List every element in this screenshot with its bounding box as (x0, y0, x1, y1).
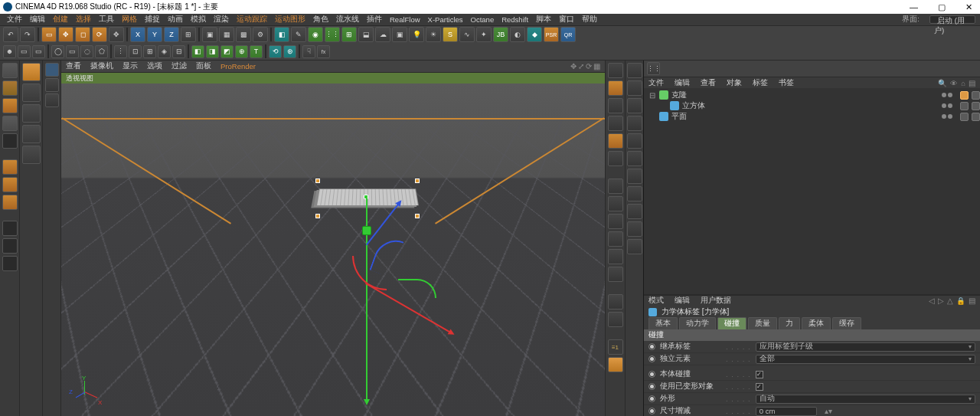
render-region-icon[interactable]: ▦ (219, 27, 234, 42)
layout-dropdown[interactable]: 启动 (用户) (929, 15, 975, 24)
gen5-icon[interactable]: T (250, 45, 263, 58)
attr-spin[interactable]: 0 cm (756, 407, 817, 416)
menu-编辑[interactable]: 编辑 (26, 15, 49, 25)
snap1-icon[interactable]: ⋮ (114, 45, 127, 58)
axis-y-icon[interactable]: Y (147, 27, 162, 42)
object-row-克隆[interactable]: ⊟克隆 (644, 90, 980, 100)
brush-icon[interactable] (22, 125, 41, 143)
vr9-icon[interactable] (608, 214, 623, 229)
object-name[interactable]: 立方体 (682, 100, 751, 111)
rotate-tool-icon[interactable]: ⟳ (92, 27, 107, 42)
om-home-icon[interactable]: ⌂ (961, 79, 965, 87)
pen-tool-icon[interactable]: ✎ (291, 27, 306, 42)
light2-icon[interactable]: ☀ (426, 27, 441, 42)
sel-handle-icon[interactable] (415, 179, 420, 183)
model-mode-icon[interactable] (2, 63, 18, 78)
hair-icon[interactable]: ∿ (459, 27, 475, 42)
gen2-icon[interactable]: ◨ (206, 45, 219, 58)
pointer2-icon[interactable] (22, 104, 41, 123)
primitive-cube-icon[interactable]: ◧ (274, 27, 289, 42)
frame2-icon[interactable]: ▭ (32, 45, 45, 58)
render-pv-icon[interactable]: ▩ (236, 27, 251, 42)
menu-Octane[interactable]: Octane (467, 15, 498, 24)
particles-icon[interactable]: ✦ (476, 27, 492, 42)
mograph-icon[interactable]: JB (493, 27, 508, 42)
window-minimize[interactable]: — (905, 2, 923, 12)
frame-icon[interactable]: ▭ (18, 45, 31, 58)
array-icon[interactable]: ⋮⋮ (325, 27, 340, 42)
am-lock-icon[interactable]: 🔒 (956, 296, 965, 305)
tag-icon[interactable] (960, 102, 969, 110)
om-eye-icon[interactable]: 👁 (950, 79, 958, 87)
qr-icon[interactable]: QR (560, 27, 576, 42)
undo-icon[interactable]: ↶ (3, 27, 18, 42)
snap3-icon[interactable]: ⊞ (143, 45, 156, 58)
axis-z-icon[interactable]: Z (164, 27, 179, 42)
tag-icon[interactable] (960, 91, 969, 100)
om-search-icon[interactable]: 🔍 (938, 79, 947, 87)
vpmenu-面板[interactable]: 面板 (196, 61, 211, 71)
vrb5-icon[interactable] (627, 133, 642, 149)
menu-流水线[interactable]: 流水线 (332, 15, 363, 25)
sculpt-icon[interactable]: ◐ (510, 27, 525, 42)
select-tool-icon[interactable]: ▭ (41, 27, 57, 42)
vpmenu-ProRender[interactable]: ProRender (220, 62, 256, 70)
sel-poly-icon[interactable]: ⬠ (95, 45, 108, 58)
am-fold-icon[interactable]: ▤ (969, 296, 975, 305)
object-name[interactable]: 克隆 (671, 90, 740, 100)
pointer-icon[interactable] (22, 84, 41, 102)
menu-X-Particles[interactable]: X-Particles (424, 15, 467, 24)
texture-mode-icon[interactable] (2, 80, 18, 96)
objmenu-编辑[interactable]: 编辑 (675, 78, 690, 88)
tree-toggle-icon[interactable]: ⊟ (648, 91, 656, 100)
psr-icon[interactable]: PSR (544, 27, 559, 42)
fx1-icon[interactable]: ⟲ (269, 45, 282, 58)
snap4-icon[interactable]: ◈ (158, 45, 171, 58)
menu-工具[interactable]: 工具 (95, 15, 118, 25)
last-tool-icon[interactable]: ✥ (109, 27, 124, 42)
quant-mode-icon[interactable] (2, 256, 18, 271)
menu-渲染[interactable]: 渲染 (210, 15, 233, 25)
vpmenu-选项[interactable]: 选项 (147, 61, 162, 71)
vr-index-icon[interactable]: ≡1 (608, 339, 623, 355)
head-icon[interactable]: ☻ (3, 45, 16, 58)
vr-gear-icon[interactable] (608, 357, 623, 372)
vr3-icon[interactable] (608, 98, 623, 113)
vr5-icon[interactable] (608, 133, 623, 149)
misc2-icon[interactable]: fx (317, 45, 330, 58)
snap2-icon[interactable]: ⊡ (129, 45, 142, 58)
volume-icon[interactable]: ◆ (527, 27, 542, 42)
radio-icon[interactable] (648, 355, 655, 362)
am-up-icon[interactable]: △ (947, 296, 953, 305)
menu-创建[interactable]: 创建 (49, 15, 72, 25)
rp-grip-icon[interactable]: ⋮⋮ (647, 62, 660, 75)
vrb9-icon[interactable] (627, 204, 642, 219)
snap-mode-icon[interactable] (2, 238, 18, 254)
tag-icon[interactable] (972, 113, 980, 121)
attr-checkbox[interactable] (756, 371, 763, 378)
objmenu-标签[interactable]: 标签 (753, 78, 768, 88)
vrb10-icon[interactable] (627, 221, 642, 237)
vr7-icon[interactable] (608, 179, 623, 194)
vpmenu-查看[interactable]: 查看 (66, 61, 81, 71)
vrb3-icon[interactable] (627, 98, 642, 113)
vis-render-icon[interactable] (948, 93, 952, 97)
sel-rect-icon[interactable]: ▭ (66, 45, 79, 58)
vr14-icon[interactable] (608, 312, 623, 327)
radio-icon[interactable] (648, 395, 655, 402)
snap5-icon[interactable]: ⊟ (172, 45, 185, 58)
sel-handle-icon[interactable] (315, 214, 320, 218)
fx2-icon[interactable]: ⊛ (283, 45, 296, 58)
vr1-icon[interactable] (608, 63, 623, 78)
vis-render-icon[interactable] (948, 114, 952, 119)
axis-x-icon[interactable]: X (130, 27, 145, 42)
sel-lasso-icon[interactable]: ◌ (80, 45, 93, 58)
attr-dropdown[interactable]: 应用标签到子级 (756, 342, 975, 352)
attr-tab-柔体[interactable]: 柔体 (802, 317, 831, 329)
deformer-icon[interactable]: ⬓ (358, 27, 374, 42)
snap-origin-icon[interactable] (45, 63, 59, 77)
sel-live-icon[interactable]: ◯ (51, 45, 64, 58)
object-tree[interactable]: ⊟克隆立方体平面 (644, 88, 980, 295)
attr-tab-缓存[interactable]: 缓存 (832, 317, 861, 329)
menu-运动图形[interactable]: 运动图形 (271, 15, 309, 25)
